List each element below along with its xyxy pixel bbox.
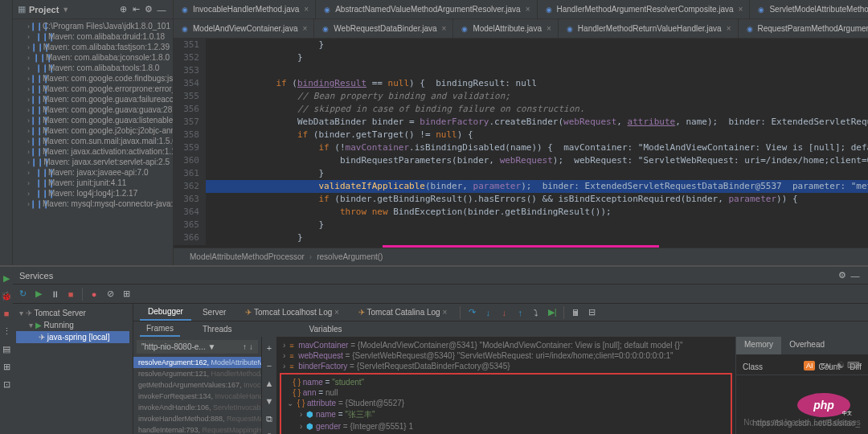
tree-item[interactable]: ›❙❙❙C:\Program Files\Java\jdk1.8.0_101 [13, 21, 173, 31]
minimize-icon[interactable]: — [849, 269, 862, 282]
gear-icon[interactable]: ⚙ [836, 269, 849, 282]
tree-item[interactable]: ›❙❙❙Maven: log4j:log4j:1.2.17 [13, 188, 173, 199]
settings-icon[interactable]: ⚙ [142, 3, 155, 16]
editor-tab[interactable]: ◉WebRequestDataBinder.java× [314, 19, 453, 38]
remove-watch-icon[interactable]: − [263, 359, 276, 372]
tree-item[interactable]: ›❙❙❙Maven: com.google.errorprone:error_p… [13, 84, 173, 94]
tree-item[interactable]: ›❙❙❙Maven: com.google.code.findbugs:jsr3… [13, 73, 173, 84]
tree-item[interactable]: ›❙❙❙Maven: javax.servlet:servlet-api:2.5 [13, 157, 173, 167]
running-node[interactable]: ▾ ▶ Running [16, 319, 129, 331]
tree-item[interactable]: ›❙❙❙Maven: mysql:mysql-connector-java:5.… [13, 199, 173, 209]
watermark: https://blog.csdn.net/Baisitao_ [753, 419, 860, 428]
collapse-icon[interactable]: ⇤ [129, 3, 142, 16]
filter-icon[interactable]: ▤ [0, 342, 13, 355]
frame-item[interactable]: handleInternal:793, RequestMappingH [133, 424, 261, 434]
evaluate-icon[interactable]: 🖩 [569, 306, 582, 319]
editor-tab[interactable]: ◉ServletModelAttributeMethodProcessor.ja… [750, 0, 868, 18]
variables-panel[interactable]: › ≡ mavContainer = {ModelAndViewContaine… [276, 337, 735, 434]
step-over-icon[interactable]: ↷ [465, 306, 478, 319]
copy-icon[interactable]: ⧉ [263, 412, 276, 425]
more-icon[interactable]: ⋮ [0, 325, 13, 338]
run-icon[interactable]: ▶ [0, 272, 13, 285]
resume-icon[interactable]: ▶ [32, 288, 45, 301]
var-tools: + − ▲ ▼ ⧉ 👁 [262, 337, 276, 434]
tree-item[interactable]: ›❙❙❙Maven: com.google.guava:guava:28.0-j… [13, 104, 173, 115]
layout-icon[interactable]: ⊞ [120, 288, 133, 301]
tab-overhead[interactable]: Overhead [781, 337, 833, 354]
tomcat-server-node[interactable]: ▾ ✈ Tomcat Server [16, 307, 129, 319]
hide-icon[interactable]: — [155, 3, 168, 16]
frame-item[interactable]: resolveArgument:162, ModelAttributeM [133, 357, 261, 368]
subtab-frames[interactable]: Frames [140, 321, 180, 337]
gutter-left [0, 0, 13, 265]
tree-item[interactable]: ›❙❙❙Maven: com.alibaba:druid:1.0.18 [13, 31, 173, 42]
step-out-icon[interactable]: ↑ [514, 306, 526, 319]
rerun-icon[interactable]: ↻ [16, 288, 29, 301]
breadcrumb-class[interactable]: ModelAttributeMethodProcessor [190, 252, 305, 261]
tree-item[interactable]: ›❙❙❙Maven: com.google.guava:failureacces… [13, 94, 173, 104]
frame-item[interactable]: invokeHandlerMethod:888, RequestMa [133, 413, 261, 424]
tree-item[interactable]: ›❙❙❙Maven: com.google.guava:listenablefu… [13, 115, 173, 125]
down-icon[interactable]: ▼ [263, 395, 276, 407]
stop2-icon[interactable]: ■ [64, 288, 77, 301]
expand-icon[interactable]: ⊞ [0, 360, 13, 373]
up-icon[interactable]: ▲ [263, 377, 276, 390]
tree-item[interactable]: ›❙❙❙Maven: com.alibaba:jconsole:1.8.0 [13, 52, 173, 63]
line-gutter: 3513523533543553563573583593603613623633… [174, 39, 206, 245]
frame-item[interactable]: getMethodArgumentValues:167, Invocabl [133, 379, 261, 391]
frames-panel: "http-nio-8080-e... ▼ ↑↓ resolveArgument… [133, 337, 262, 434]
tree-item[interactable]: ›❙❙❙Maven: com.google.j2objc:j2objc-anno… [13, 125, 173, 136]
target-icon[interactable]: ⊕ [117, 3, 129, 16]
editor-tab[interactable]: ◉InvocableHandlerMethod.java× [174, 0, 316, 18]
step-into-icon[interactable]: ↓ [481, 306, 494, 319]
force-step-icon[interactable]: ↓ [497, 306, 510, 319]
stop-icon[interactable]: ■ [0, 307, 13, 320]
project-tree[interactable]: ›❙❙❙C:\Program Files\Java\jdk1.8.0_101›❙… [13, 19, 173, 211]
view-bp-icon[interactable]: ● [88, 288, 100, 301]
services-title: Services [19, 271, 53, 280]
subtab-variables[interactable]: Variables [303, 322, 349, 336]
run-to-cursor-icon[interactable]: ▶| [546, 306, 559, 319]
tree-item[interactable]: ›❙❙❙Maven: junit:junit:4.11 [13, 178, 173, 188]
services-gutter: ▶ 🐞 ■ ⋮ ▤ ⊞ ⊡ [0, 267, 13, 434]
editor-tab[interactable]: ◉ModelAndViewContainer.java× [174, 19, 314, 38]
code-content[interactable]: } } if (bindingResult == null) { binding… [206, 39, 868, 245]
editor-tab[interactable]: ◉RequestParamMethodArgumentResolver.java… [739, 19, 868, 38]
add-watch-icon[interactable]: + [263, 342, 276, 354]
dropdown-icon[interactable]: ▼ [62, 6, 69, 14]
thread-dropdown[interactable]: "http-nio-8080-e... ▼ ↑↓ [137, 340, 258, 354]
editor-tab[interactable]: ◉AbstractNamedValueMethodArgumentResolve… [316, 0, 537, 18]
tab-tomcat-catalina[interactable]: ✈ Tomcat Catalina Log × [350, 305, 455, 320]
tree-item[interactable]: ›❙❙❙Maven: javax.activation:activation:1… [13, 146, 173, 157]
tab-server[interactable]: Server [194, 305, 234, 320]
show-icon[interactable]: 👁 [263, 430, 276, 434]
tree-item[interactable]: ›❙❙❙Maven: com.alibaba:fastjson:1.2.39 [13, 42, 173, 52]
highlighted-vars: { } name = "student" { } ann = null ⌄ { … [280, 373, 732, 434]
debug-icon[interactable]: 🐞 [0, 289, 13, 302]
config-node[interactable]: ✈ java-spring [local] [16, 331, 129, 343]
services-header: Services ⚙ — [13, 267, 868, 285]
grid-icon[interactable]: ⊡ [0, 378, 13, 391]
tree-item[interactable]: ›❙❙❙Maven: com.sun.mail:javax.mail:1.5.0 [13, 136, 173, 146]
breadcrumb-method[interactable]: resolveArgument() [317, 252, 383, 261]
tree-item[interactable]: ›❙❙❙Maven: com.alibaba:tools:1.8.0 [13, 63, 173, 73]
project-header: ▦ Project ▼ ⊕ ⇤ ⚙ — [13, 0, 173, 19]
code-area[interactable]: 3513523533543553563573583593603613623633… [174, 39, 868, 245]
frame-item[interactable]: resolveArgument:121, HandlerMethodA [133, 368, 261, 379]
drop-frame-icon[interactable]: ⤵ [530, 306, 542, 319]
tab-debugger[interactable]: Debugger [140, 304, 191, 321]
frames-list[interactable]: resolveArgument:162, ModelAttributeMreso… [133, 357, 261, 434]
editor-tab[interactable]: ◉HandlerMethodReturnValueHandler.java× [559, 19, 739, 38]
mute-bp-icon[interactable]: ⊘ [104, 288, 117, 301]
tab-memory[interactable]: Memory [736, 337, 781, 354]
editor-tab[interactable]: ◉HandlerMethodArgumentResolverComposite.… [538, 0, 751, 18]
frame-item[interactable]: invokeForRequest:134, InvocableHandl [133, 391, 261, 402]
subtab-threads[interactable]: Threads [196, 322, 239, 336]
pause-icon[interactable]: ⏸ [48, 288, 61, 301]
tab-tomcat-local[interactable]: ✈ Tomcat Localhost Log × [237, 305, 347, 320]
tree-item[interactable]: ›❙❙❙Maven: javax:javaee-api:7.0 [13, 167, 173, 178]
editor-tab[interactable]: ◉ModelAttribute.java× [453, 19, 558, 38]
tomcat-tree[interactable]: ▾ ✈ Tomcat Server ▾ ▶ Running ✈ java-spr… [13, 304, 133, 434]
trace-icon[interactable]: ⊟ [585, 306, 598, 319]
frame-item[interactable]: invokeAndHandle:106, ServletInvocab [133, 402, 261, 413]
